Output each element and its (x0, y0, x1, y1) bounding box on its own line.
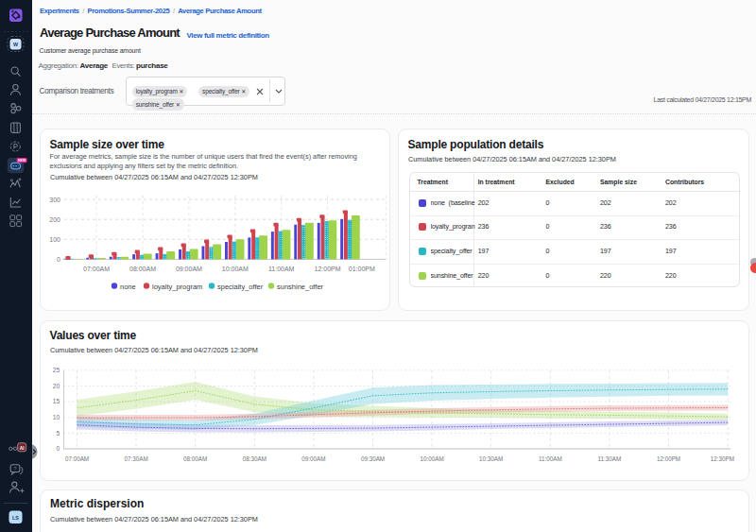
svg-text:12:00PM: 12:00PM (657, 455, 680, 462)
svg-text:12:30PM: 12:30PM (711, 455, 734, 462)
svg-text:0: 0 (56, 445, 60, 452)
svg-text:300: 300 (49, 197, 60, 203)
svg-text:09:00AM: 09:00AM (176, 266, 202, 272)
svg-text:11:00AM: 11:00AM (539, 455, 562, 462)
svg-text:5: 5 (56, 429, 60, 436)
svg-text:LS: LS (12, 515, 19, 521)
svg-text:none: none (120, 283, 136, 291)
svg-text:10:30AM: 10:30AM (479, 455, 503, 462)
svg-text:0: 0 (57, 256, 60, 263)
svg-text:01:00PM: 01:00PM (349, 266, 375, 272)
svg-text:07:00AM: 07:00AM (83, 266, 110, 272)
svg-text:08:00AM: 08:00AM (183, 455, 207, 462)
svg-text:10:00AM: 10:00AM (420, 455, 443, 462)
svg-text:11:30AM: 11:30AM (598, 455, 622, 462)
svg-text:AI: AI (20, 446, 25, 451)
svg-text:12:00PM: 12:00PM (315, 266, 341, 272)
svg-text:09:30AM: 09:30AM (361, 455, 385, 462)
svg-text:10: 10 (53, 414, 60, 420)
svg-text:07:30AM: 07:30AM (124, 455, 147, 462)
svg-text:sunshine_offer: sunshine_offer (277, 283, 324, 291)
svg-text:200: 200 (49, 216, 60, 223)
svg-text:100: 100 (49, 236, 60, 243)
svg-text:07:00AM: 07:00AM (65, 455, 89, 462)
svg-text:09:00AM: 09:00AM (301, 455, 325, 462)
svg-text:specialty_offer: specialty_offer (217, 283, 264, 291)
svg-text:10:00AM: 10:00AM (222, 266, 249, 272)
svg-text:NEW: NEW (18, 159, 26, 163)
svg-text:20: 20 (53, 382, 60, 388)
svg-text:25: 25 (53, 367, 60, 373)
svg-text:11:00AM: 11:00AM (268, 266, 295, 272)
svg-text:08:00AM: 08:00AM (129, 266, 156, 272)
svg-text:?: ? (14, 466, 17, 472)
svg-text:08:30AM: 08:30AM (243, 455, 266, 462)
svg-text:15: 15 (53, 398, 60, 404)
svg-text:loyalty_program: loyalty_program (152, 283, 202, 291)
